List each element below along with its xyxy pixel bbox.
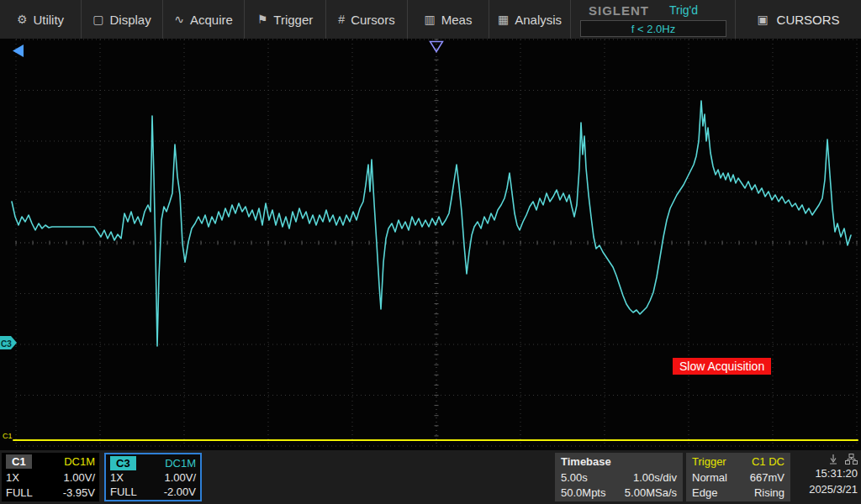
menu-analysis-label: Analysis	[515, 13, 562, 27]
c1-probe: 1X	[6, 470, 19, 485]
menu-meas-label: Meas	[441, 13, 473, 27]
menu-cursors[interactable]: # Cursors	[326, 0, 408, 39]
c1-bandwidth: FULL	[6, 486, 33, 500]
cursors-panel-button[interactable]: ▣ CURSORS	[735, 0, 861, 39]
network-icon	[845, 454, 858, 465]
menu-analysis[interactable]: ▦ Analysis	[489, 0, 571, 39]
waveform-display: C3 C1 Slow Acquisition	[0, 39, 861, 450]
clock-block: 15:31:20 2025/3/21	[790, 453, 858, 497]
trigger-type: Edge	[692, 486, 717, 500]
gear-icon: ⚙	[17, 13, 28, 26]
c3-marker-label: C3	[1, 339, 12, 349]
c1-scale: 1.00V/	[63, 470, 95, 485]
acquire-wave-icon: ∿	[174, 13, 184, 26]
graticule-grid	[16, 39, 857, 446]
timebase-per-div: 1.00s/div	[633, 470, 677, 485]
trigger-flag-icon: ⚑	[257, 13, 268, 26]
usb-device-icon	[828, 454, 838, 465]
timebase-sample-rate: 5.00MSa/s	[625, 486, 677, 500]
cursors-crosshatch-icon: #	[338, 13, 345, 26]
status-bar: C1 DC1M 1X 1.00V/ FULL -3.95V C3 DC1M 1X…	[0, 450, 861, 504]
menu-trigger[interactable]: ⚑ Trigger	[245, 0, 326, 39]
siglent-logo: SIGLENT	[589, 3, 649, 18]
c3-waveform	[12, 101, 851, 346]
menu-utility-label: Utility	[33, 13, 64, 27]
c3-probe: 1X	[110, 470, 124, 485]
menu-display-label: Display	[110, 13, 151, 27]
trigger-slope: Rising	[754, 486, 784, 500]
menu-trigger-label: Trigger	[273, 13, 313, 27]
c3-offset: -2.00V	[164, 485, 196, 499]
trigger-source: C1 DC	[752, 454, 784, 469]
graticule-svg: C3 C1	[0, 39, 861, 450]
trigger-box[interactable]: Trigger C1 DC Normal 667mV Edge Rising	[686, 453, 790, 501]
slow-acquisition-badge: Slow Acquisition	[673, 358, 771, 375]
c3-coupling: DC1M	[165, 456, 196, 470]
menu-utility[interactable]: ⚙ Utility	[0, 0, 82, 39]
oscilloscope-screen: ⚙ Utility ▢ Display ∿ Acquire ⚑ Trigger …	[0, 0, 861, 504]
top-menu-bar: ⚙ Utility ▢ Display ∿ Acquire ⚑ Trigger …	[0, 0, 861, 39]
timebase-title: Timebase	[561, 454, 611, 469]
frequency-counter: f < 2.0Hz	[580, 20, 726, 37]
display-icon: ▢	[92, 13, 103, 26]
c3-bandwidth: FULL	[110, 485, 137, 499]
cursors-panel-label: CURSORS	[777, 13, 840, 27]
c1-offset: -3.95V	[63, 486, 95, 500]
c1-marker-label: C1	[3, 432, 13, 440]
clock-date: 2025/3/21	[790, 481, 858, 497]
menu-acquire-label: Acquire	[190, 13, 233, 27]
timebase-memory: 50.0Mpts	[561, 486, 605, 500]
c1-channel-chip: C1	[6, 454, 32, 469]
trigger-level: 667mV	[750, 470, 784, 485]
menu-cursors-label: Cursors	[351, 13, 395, 27]
scope-screen-icon: ▣	[757, 13, 768, 26]
trigger-mode: Normal	[692, 470, 727, 485]
clock-time: 15:31:20	[790, 465, 858, 481]
c3-channel-chip: C3	[110, 456, 136, 470]
trigger-status-indicator: Trig'd	[669, 3, 698, 17]
c3-scale: 1.00V/	[164, 470, 196, 485]
trigger-position-marker[interactable]	[430, 42, 443, 52]
menu-meas[interactable]: ▥ Meas	[408, 0, 489, 39]
analysis-icon: ▦	[498, 13, 509, 26]
timebase-main: 5.00s	[561, 470, 588, 485]
menu-acquire[interactable]: ∿ Acquire	[163, 0, 245, 39]
timebase-box[interactable]: Timebase 5.00s 1.00s/div 50.0Mpts 5.00MS…	[555, 453, 683, 501]
menu-display[interactable]: ▢ Display	[82, 0, 163, 39]
measure-icon: ▥	[425, 13, 436, 26]
trigger-title: Trigger	[692, 454, 726, 469]
channel-c3-box[interactable]: C3 DC1M 1X 1.00V/ FULL -2.00V	[104, 453, 202, 501]
c1-coupling: DC1M	[64, 454, 95, 469]
channel-c1-box[interactable]: C1 DC1M 1X 1.00V/ FULL -3.95V	[2, 453, 99, 501]
brand-block: SIGLENT Trig'd f < 2.0Hz	[578, 0, 728, 39]
horizontal-position-marker[interactable]	[13, 45, 24, 57]
